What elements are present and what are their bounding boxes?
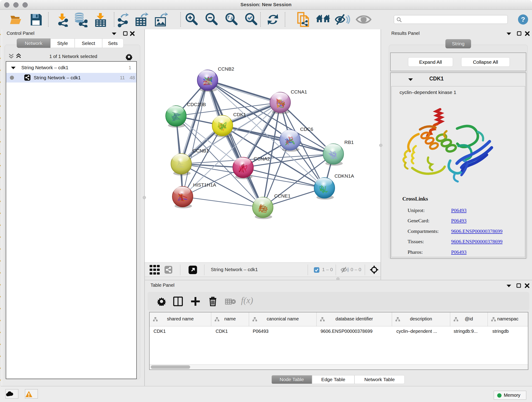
- svg-text:RB1: RB1: [344, 140, 354, 145]
- svg-text:CDK1: CDK1: [233, 112, 246, 117]
- svg-text:CCNB1: CCNB1: [193, 148, 209, 153]
- svg-text:CDC6: CDC6: [300, 127, 313, 132]
- svg-text:CCNA2: CCNA2: [254, 156, 270, 161]
- svg-text:CCNA1: CCNA1: [291, 89, 307, 95]
- svg-text:?: ?: [521, 16, 525, 23]
- svg-text:CDKN1A: CDKN1A: [335, 173, 354, 179]
- svg-text:CCNE1: CCNE1: [274, 193, 291, 198]
- svg-text:CCNB2: CCNB2: [218, 66, 234, 71]
- svg-text:HIST1H1A: HIST1H1A: [193, 182, 216, 187]
- svg-text:CDC25B: CDC25B: [187, 102, 206, 107]
